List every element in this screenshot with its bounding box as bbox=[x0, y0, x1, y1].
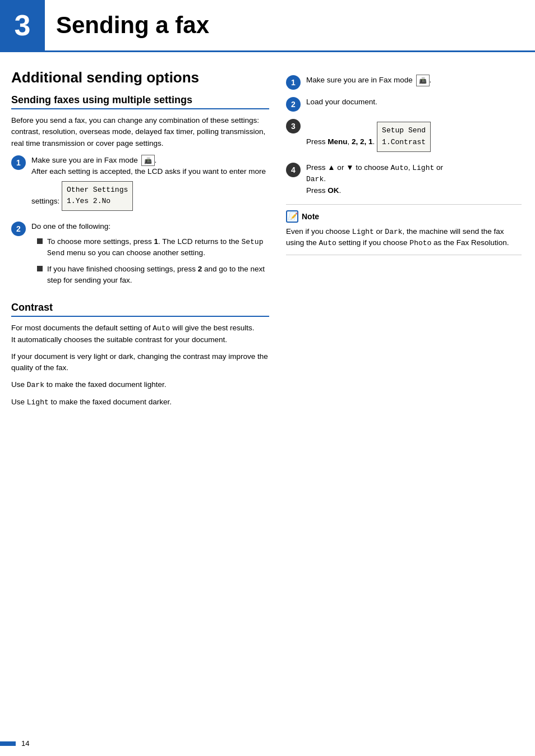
page-number: 14 bbox=[16, 739, 29, 748]
page-header: 3 Sending a fax bbox=[0, 0, 535, 52]
note-title: Note bbox=[302, 212, 319, 221]
right-step-4-content: Press ▲ or ▼ to choose Auto, Light or Da… bbox=[306, 162, 522, 196]
fax-mode-icon-1: 📠 bbox=[141, 155, 155, 167]
bullet-item-1: To choose more settings, press 1. The LC… bbox=[37, 236, 269, 259]
lcd-display-1: Other Settings 1.Yes 2.No bbox=[62, 181, 133, 211]
contrast-p1: For most documents the default setting o… bbox=[11, 322, 269, 345]
note-box: 📝 Note Even if you choose Light or Dark,… bbox=[286, 204, 522, 255]
contrast-p3: If your document is very light or dark, … bbox=[11, 351, 269, 374]
contrast-p4: Use Dark to make the faxed document ligh… bbox=[11, 379, 269, 391]
step-1-content: Make sure you are in Fax mode 📠. After e… bbox=[31, 155, 269, 215]
right-column: 1 Make sure you are in Fax mode 📠. 2 Loa… bbox=[286, 69, 522, 413]
right-step-item-2: 2 Load your document. bbox=[286, 96, 522, 112]
step-2-content: Do one of the following: To choose more … bbox=[31, 221, 269, 291]
fax-mode-icon-2: 📠 bbox=[416, 75, 430, 86]
right-step-3-content: Press Menu, 2, 2, 1. Setup Send 1.Contra… bbox=[306, 118, 522, 155]
note-icon: 📝 bbox=[286, 210, 298, 223]
step-circle-1: 1 bbox=[11, 155, 26, 170]
chapter-number: 3 bbox=[0, 0, 45, 50]
page-footer: 14 bbox=[0, 739, 535, 748]
step-1-text: Make sure you are in Fax mode bbox=[31, 156, 138, 164]
bullet-item-2: If you have finished choosing settings, … bbox=[37, 264, 269, 287]
lcd2-line1: Setup Send bbox=[382, 126, 426, 135]
content-wrapper: Additional sending options Sending faxes… bbox=[0, 69, 535, 425]
bullet-square-2 bbox=[37, 266, 43, 271]
lcd2-line2: 1.Contrast bbox=[382, 138, 426, 146]
right-step-item-3: 3 Press Menu, 2, 2, 1. Setup Send 1.Cont… bbox=[286, 118, 522, 155]
step-item-2: 2 Do one of the following: To choose mor… bbox=[11, 221, 269, 291]
right-step-circle-4: 4 bbox=[286, 163, 301, 177]
step-list-right: 1 Make sure you are in Fax mode 📠. 2 Loa… bbox=[286, 75, 522, 196]
contrast-heading: Contrast bbox=[11, 302, 269, 317]
main-heading: Additional sending options bbox=[11, 69, 269, 86]
right-step-circle-2: 2 bbox=[286, 97, 301, 112]
right-step-2-content: Load your document. bbox=[306, 96, 522, 108]
bullet-square-1 bbox=[37, 238, 43, 244]
chapter-title: Sending a fax bbox=[45, 0, 220, 50]
step-list-left: 1 Make sure you are in Fax mode 📠. After… bbox=[11, 155, 269, 291]
step-item-1: 1 Make sure you are in Fax mode 📠. After… bbox=[11, 155, 269, 215]
note-header: 📝 Note bbox=[286, 210, 522, 223]
note-text: Even if you choose Light or Dark, the ma… bbox=[286, 226, 522, 249]
lcd1-line1: Other Settings bbox=[67, 186, 128, 194]
right-step-circle-3: 3 bbox=[286, 119, 301, 133]
bullet-2-text: If you have finished choosing settings, … bbox=[47, 264, 269, 287]
right-step-item-4: 4 Press ▲ or ▼ to choose Auto, Light or … bbox=[286, 162, 522, 196]
right-step-item-1: 1 Make sure you are in Fax mode 📠. bbox=[286, 75, 522, 90]
contrast-section: Contrast For most documents the default … bbox=[11, 302, 269, 408]
right-step-1-content: Make sure you are in Fax mode 📠. bbox=[306, 75, 522, 86]
sub-heading: Sending faxes using multiple settings bbox=[11, 94, 269, 109]
contrast-p5: Use Light to make the faxed document dar… bbox=[11, 397, 269, 408]
bullet-1-text: To choose more settings, press 1. The LC… bbox=[47, 236, 269, 259]
right-step-circle-1: 1 bbox=[286, 75, 301, 90]
bullet-list: To choose more settings, press 1. The LC… bbox=[37, 236, 269, 287]
left-column: Additional sending options Sending faxes… bbox=[11, 69, 269, 413]
step-2-text: Do one of the following: bbox=[31, 222, 110, 231]
step-circle-2: 2 bbox=[11, 222, 26, 236]
intro-text: Before you send a fax, you can change an… bbox=[11, 115, 269, 149]
lcd1-line2: 1.Yes 2.No bbox=[67, 197, 110, 205]
footer-tab bbox=[0, 741, 16, 746]
lcd-display-2: Setup Send 1.Contrast bbox=[377, 122, 431, 152]
